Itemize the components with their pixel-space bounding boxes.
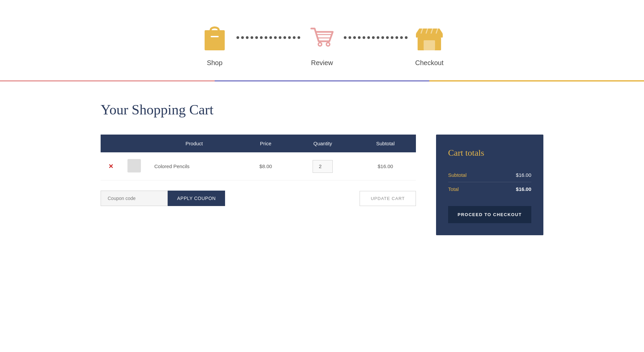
main-content: Your Shopping Cart Product Price Quantit… <box>87 82 557 255</box>
step-review-label: Review <box>311 59 333 67</box>
subtotal-value: $16.00 <box>516 172 531 178</box>
product-quantity-cell[interactable] <box>290 152 355 181</box>
col-product: Product <box>148 135 241 152</box>
table-header-row: Product Price Quantity Subtotal <box>101 135 416 152</box>
product-price: $8.00 <box>259 163 272 169</box>
cart-table-section: Product Price Quantity Subtotal ✕ <box>101 135 416 206</box>
col-quantity: Quantity <box>290 135 355 152</box>
product-thumbnail <box>127 159 141 172</box>
total-label: Total <box>448 186 459 192</box>
step-review[interactable]: Review <box>307 20 337 67</box>
shop-icon <box>200 20 230 54</box>
step-shop-label: Shop <box>207 59 223 67</box>
dots-1 <box>230 36 307 39</box>
svg-point-7 <box>327 43 329 45</box>
cart-totals-title: Cart totals <box>448 148 531 158</box>
cart-totals: Cart totals Subtotal $16.00 Total $16.00… <box>436 135 543 235</box>
product-subtotal-cell: $16.00 <box>355 152 416 181</box>
step-checkout-label: Checkout <box>415 59 444 67</box>
coupon-area: APPLY COUPON <box>101 191 225 206</box>
table-row: ✕ Colored Pencils $8.00 <box>101 152 416 181</box>
product-name: Colored Pencils <box>154 163 190 169</box>
product-name-cell: Colored Pencils <box>148 152 241 181</box>
cart-table: Product Price Quantity Subtotal ✕ <box>101 135 416 181</box>
dots-2 <box>337 36 414 39</box>
svg-point-6 <box>319 43 321 45</box>
page-title: Your Shopping Cart <box>101 102 543 118</box>
apply-coupon-button[interactable]: APPLY COUPON <box>168 191 225 206</box>
product-price-cell: $8.00 <box>241 152 291 181</box>
checkout-icon <box>414 20 444 54</box>
review-icon <box>307 20 337 54</box>
product-subtotal: $16.00 <box>378 163 393 169</box>
svg-rect-0 <box>205 30 225 50</box>
total-row: Total $16.00 <box>448 182 531 196</box>
col-remove <box>101 135 121 152</box>
deco-line <box>0 80 644 82</box>
svg-rect-1 <box>211 36 219 37</box>
subtotal-label: Subtotal <box>448 172 467 178</box>
checkout-steps: Shop Review <box>0 0 644 80</box>
cart-actions: APPLY COUPON UPDATE CART <box>101 191 416 206</box>
col-subtotal: Subtotal <box>355 135 416 152</box>
col-image <box>121 135 148 152</box>
coupon-input[interactable] <box>101 191 168 206</box>
svg-rect-10 <box>424 40 435 50</box>
col-price: Price <box>241 135 291 152</box>
total-value: $16.00 <box>516 186 531 192</box>
remove-cell: ✕ <box>101 152 121 181</box>
remove-item-button[interactable]: ✕ <box>108 163 113 170</box>
quantity-input[interactable] <box>313 160 333 173</box>
svg-rect-8 <box>416 34 443 38</box>
update-cart-button[interactable]: UPDATE CART <box>360 191 416 206</box>
subtotal-row: Subtotal $16.00 <box>448 168 531 182</box>
step-checkout[interactable]: Checkout <box>414 20 444 67</box>
cart-layout: Product Price Quantity Subtotal ✕ <box>101 135 543 235</box>
product-image-cell <box>121 152 148 181</box>
step-shop[interactable]: Shop <box>200 20 230 67</box>
proceed-to-checkout-button[interactable]: PROCEED TO CHECKOUT <box>448 206 531 223</box>
